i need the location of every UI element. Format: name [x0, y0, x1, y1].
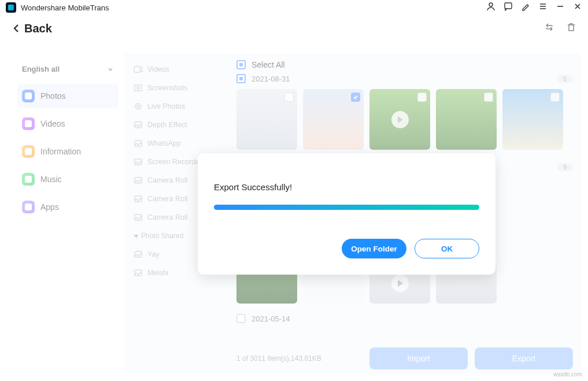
ok-button[interactable]: OK — [415, 239, 479, 258]
open-folder-label: Open Folder — [351, 245, 397, 253]
back-bar: Back — [0, 15, 588, 42]
app-logo — [6, 2, 16, 13]
minimize-icon[interactable] — [556, 2, 565, 13]
watermark: wsxdn.com — [553, 371, 582, 378]
edit-icon[interactable] — [521, 2, 530, 13]
menu-icon[interactable] — [538, 2, 548, 13]
export-success-modal: Export Successfully! Open Folder OK — [198, 153, 495, 275]
delete-icon[interactable] — [566, 22, 576, 35]
feedback-icon[interactable] — [504, 2, 513, 13]
window-titlebar: Wondershare MobileTrans — [0, 0, 588, 15]
refresh-icon[interactable] — [544, 22, 554, 35]
svg-rect-1 — [505, 3, 512, 9]
open-folder-button[interactable]: Open Folder — [342, 239, 406, 258]
close-icon[interactable] — [573, 2, 582, 13]
modal-message: Export Successfully! — [214, 182, 479, 192]
svg-point-0 — [489, 3, 493, 6]
progress-bar — [214, 205, 479, 210]
ok-label: OK — [441, 245, 453, 253]
app-title: Wondershare MobileTrans — [21, 3, 109, 12]
account-icon[interactable] — [486, 2, 495, 13]
back-button[interactable]: Back — [12, 22, 52, 35]
back-label: Back — [24, 22, 52, 35]
